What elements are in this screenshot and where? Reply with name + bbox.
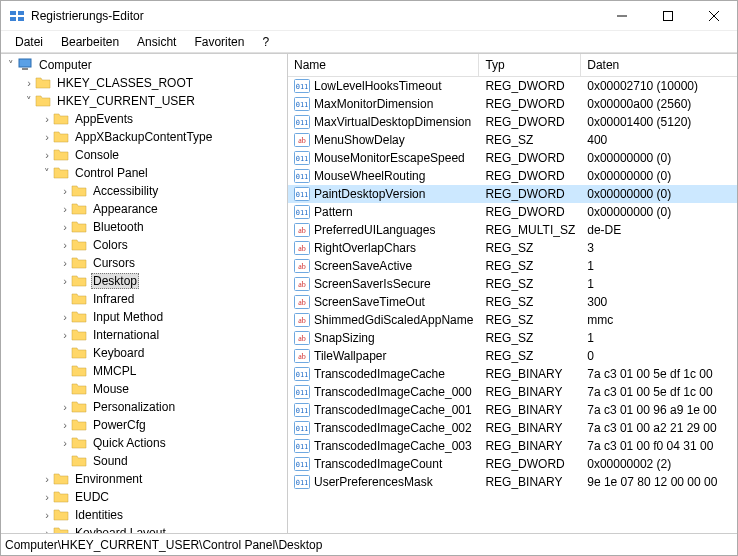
tree-toggle-icon[interactable]: › — [59, 419, 71, 431]
values-pane[interactable]: Name Typ Daten 011LowLevelHooksTimeoutRE… — [288, 54, 737, 533]
value-name: ShimmedGdiScaledAppName — [314, 313, 473, 327]
menu-favorites[interactable]: Favoriten — [186, 33, 252, 51]
tree-toggle-icon[interactable]: › — [41, 473, 53, 485]
value-name: TranscodedImageCache_001 — [314, 403, 472, 417]
tree-pane[interactable]: ˅Computer›HKEY_CLASSES_ROOT˅HKEY_CURRENT… — [1, 54, 288, 533]
tree-toggle-icon[interactable]: › — [59, 401, 71, 413]
tree-item[interactable]: ˅Control Panel — [1, 164, 287, 182]
tree-item[interactable]: ›Console — [1, 146, 287, 164]
close-button[interactable] — [691, 1, 737, 31]
tree-item-label: AppEvents — [73, 112, 135, 126]
tree-toggle-icon[interactable]: › — [59, 329, 71, 341]
col-header-name[interactable]: Name — [288, 54, 479, 77]
tree-toggle-icon[interactable]: › — [41, 131, 53, 143]
value-row[interactable]: abPreferredUILanguagesREG_MULTI_SZde-DE — [288, 221, 737, 239]
tree-item[interactable]: ›International — [1, 326, 287, 344]
tree-toggle-icon[interactable]: › — [59, 221, 71, 233]
value-name: TranscodedImageCount — [314, 457, 442, 471]
value-row[interactable]: 011MaxVirtualDesktopDimensionREG_DWORD0x… — [288, 113, 737, 131]
tree-item[interactable]: ›PowerCfg — [1, 416, 287, 434]
value-row[interactable]: abScreenSaverIsSecureREG_SZ1 — [288, 275, 737, 293]
svg-rect-2 — [10, 17, 16, 21]
tree-item[interactable]: ›Accessibility — [1, 182, 287, 200]
tree-item[interactable]: ›Cursors — [1, 254, 287, 272]
tree-item[interactable]: ›Environment — [1, 470, 287, 488]
value-row[interactable]: abMenuShowDelayREG_SZ400 — [288, 131, 737, 149]
tree-item[interactable]: ›Identities — [1, 506, 287, 524]
value-row[interactable]: 011MouseWheelRoutingREG_DWORD0x00000000 … — [288, 167, 737, 185]
value-row[interactable]: abSnapSizingREG_SZ1 — [288, 329, 737, 347]
svg-text:ab: ab — [298, 334, 306, 343]
folder-icon — [71, 381, 87, 397]
value-row[interactable]: 011TranscodedImageCache_000REG_BINARY7a … — [288, 383, 737, 401]
tree-item[interactable]: ›Quick Actions — [1, 434, 287, 452]
tree-toggle-icon[interactable]: › — [59, 275, 71, 287]
value-row[interactable]: 011TranscodedImageCache_001REG_BINARY7a … — [288, 401, 737, 419]
value-type: REG_SZ — [479, 329, 581, 347]
tree-toggle-icon[interactable]: ˅ — [23, 95, 35, 108]
tree-item[interactable]: ›Input Method — [1, 308, 287, 326]
tree-toggle-icon[interactable]: › — [41, 509, 53, 521]
value-row[interactable]: 011TranscodedImageCache_003REG_BINARY7a … — [288, 437, 737, 455]
tree-toggle-icon[interactable]: › — [59, 257, 71, 269]
menu-view[interactable]: Ansicht — [129, 33, 184, 51]
value-row[interactable]: 011TranscodedImageCache_002REG_BINARY7a … — [288, 419, 737, 437]
tree-toggle-icon[interactable]: ˅ — [41, 167, 53, 180]
tree-toggle-icon[interactable]: › — [41, 149, 53, 161]
value-row[interactable]: abScreenSaveActiveREG_SZ1 — [288, 257, 737, 275]
tree-item[interactable]: ›Personalization — [1, 398, 287, 416]
value-type: REG_SZ — [479, 257, 581, 275]
col-header-data[interactable]: Daten — [581, 54, 737, 77]
menu-edit[interactable]: Bearbeiten — [53, 33, 127, 51]
tree-item[interactable]: ›Bluetooth — [1, 218, 287, 236]
tree-toggle-icon[interactable]: › — [59, 239, 71, 251]
tree-toggle-icon[interactable]: › — [59, 185, 71, 197]
tree-item[interactable]: ›AppEvents — [1, 110, 287, 128]
value-row[interactable]: abScreenSaveTimeOutREG_SZ300 — [288, 293, 737, 311]
tree-item[interactable]: ›AppXBackupContentType — [1, 128, 287, 146]
tree-toggle-icon[interactable]: › — [59, 437, 71, 449]
tree-item[interactable]: Mouse — [1, 380, 287, 398]
menubar: Datei Bearbeiten Ansicht Favoriten ? — [1, 31, 737, 53]
tree-toggle-icon[interactable]: ˅ — [5, 59, 17, 72]
tree-item[interactable]: ˅Computer — [1, 56, 287, 74]
tree-item[interactable]: Infrared — [1, 290, 287, 308]
tree-item[interactable]: MMCPL — [1, 362, 287, 380]
value-data: 0x00000000 (0) — [581, 167, 737, 185]
tree-toggle-icon[interactable]: › — [59, 203, 71, 215]
menu-file[interactable]: Datei — [7, 33, 51, 51]
value-row[interactable]: 011MouseMonitorEscapeSpeedREG_DWORD0x000… — [288, 149, 737, 167]
col-header-type[interactable]: Typ — [479, 54, 581, 77]
tree-item[interactable]: ›Desktop — [1, 272, 287, 290]
value-row[interactable]: abTileWallpaperREG_SZ0 — [288, 347, 737, 365]
value-row[interactable]: 011PaintDesktopVersionREG_DWORD0x0000000… — [288, 185, 737, 203]
value-row[interactable]: 011MaxMonitorDimensionREG_DWORD0x00000a0… — [288, 95, 737, 113]
tree-item[interactable]: ›Keyboard Layout — [1, 524, 287, 533]
menu-help[interactable]: ? — [254, 33, 277, 51]
value-row[interactable]: 011LowLevelHooksTimeoutREG_DWORD0x000027… — [288, 77, 737, 95]
tree-toggle-icon[interactable]: › — [41, 491, 53, 503]
tree-item[interactable]: Keyboard — [1, 344, 287, 362]
folder-icon — [71, 201, 87, 217]
minimize-button[interactable] — [599, 1, 645, 31]
tree-item[interactable]: Sound — [1, 452, 287, 470]
value-row[interactable]: 011TranscodedImageCacheREG_BINARY7a c3 0… — [288, 365, 737, 383]
tree-item[interactable]: ›EUDC — [1, 488, 287, 506]
tree-toggle-icon[interactable]: › — [59, 311, 71, 323]
tree-item[interactable]: ›HKEY_CLASSES_ROOT — [1, 74, 287, 92]
tree-toggle-icon[interactable]: › — [41, 113, 53, 125]
value-row[interactable]: abShimmedGdiScaledAppNameREG_SZmmc — [288, 311, 737, 329]
tree-item[interactable]: ›Appearance — [1, 200, 287, 218]
tree-item-label: Personalization — [91, 400, 177, 414]
maximize-button[interactable] — [645, 1, 691, 31]
folder-icon — [53, 147, 69, 163]
value-row[interactable]: 011UserPreferencesMaskREG_BINARY9e 1e 07… — [288, 473, 737, 491]
tree-item[interactable]: ˅HKEY_CURRENT_USER — [1, 92, 287, 110]
svg-rect-3 — [18, 17, 24, 21]
tree-toggle-icon[interactable]: › — [23, 77, 35, 89]
value-row[interactable]: 011TranscodedImageCountREG_DWORD0x000000… — [288, 455, 737, 473]
value-name: TranscodedImageCache_002 — [314, 421, 472, 435]
tree-item[interactable]: ›Colors — [1, 236, 287, 254]
value-row[interactable]: abRightOverlapCharsREG_SZ3 — [288, 239, 737, 257]
value-row[interactable]: 011PatternREG_DWORD0x00000000 (0) — [288, 203, 737, 221]
